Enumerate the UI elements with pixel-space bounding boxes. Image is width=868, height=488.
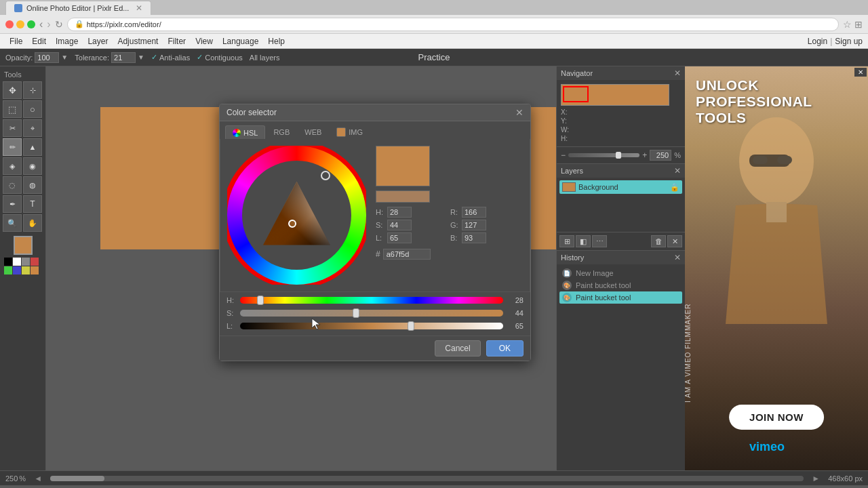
color-wheel-container[interactable] — [227, 146, 366, 285]
s-input[interactable] — [387, 220, 412, 230]
scrollbar-track[interactable] — [50, 476, 804, 481]
paint-bucket[interactable]: ▲ — [23, 138, 42, 156]
cancel-button[interactable]: Cancel — [435, 340, 480, 357]
menu-edit[interactable]: Edit — [28, 35, 50, 47]
text-tool[interactable]: T — [23, 195, 42, 213]
hand-tool[interactable]: ✋ — [23, 214, 42, 232]
ad-panel: ✕ UNLOCK PROFESSIONAL TOOLS I AM A VIMEO… — [685, 66, 868, 470]
fg-color-swatch[interactable] — [14, 236, 33, 255]
bookmark-icon[interactable]: ☆ — [843, 19, 852, 30]
crop-tool[interactable]: ✂ — [3, 119, 22, 137]
zoom-slider-thumb[interactable] — [616, 152, 621, 159]
all-layers-check[interactable]: All layers — [250, 54, 280, 62]
browser-tab[interactable]: Online Photo Editor | Pixlr Ed... ✕ — [5, 1, 151, 15]
clone-tool[interactable]: ◈ — [3, 157, 22, 175]
window-maximize[interactable] — [27, 20, 35, 28]
history-close[interactable]: ✕ — [674, 253, 681, 262]
signup-link[interactable]: Sign up — [835, 37, 863, 46]
contiguous-check[interactable]: ✓ Contiguous — [197, 53, 243, 62]
menu-help[interactable]: Help — [264, 35, 289, 47]
tolerance-input[interactable] — [111, 52, 136, 63]
l-input[interactable] — [387, 232, 412, 243]
menu-image[interactable]: Image — [52, 35, 82, 47]
tolerance-dropdown[interactable]: ▼ — [138, 54, 144, 61]
menu-adjustment[interactable]: Adjustment — [113, 35, 162, 47]
hex-input[interactable] — [383, 249, 431, 260]
dialog-body: H: R: S: G: — [220, 139, 530, 292]
h-label-nav: H: — [561, 135, 620, 142]
ad-x-btn[interactable]: ✕ — [854, 68, 867, 77]
s-slider-track[interactable] — [240, 310, 503, 317]
layer-lock-icon[interactable]: 🔒 — [670, 183, 679, 192]
extensions-icon[interactable]: ⊞ — [854, 19, 863, 30]
history-item-2[interactable]: 🎨 Paint bucket tool — [559, 279, 682, 291]
tab-rgb[interactable]: RGB — [267, 125, 296, 139]
contiguous-label: Contiguous — [205, 54, 243, 62]
zoom-input[interactable] — [650, 150, 671, 161]
zoom-minus[interactable]: − — [561, 150, 566, 160]
layer-thumb — [562, 182, 576, 192]
opacity-dropdown[interactable]: ▼ — [61, 54, 68, 61]
nav-back[interactable]: ‹ — [39, 18, 43, 30]
tool-row-1: ✥ ⊹ — [3, 81, 43, 99]
scrollbar-thumb[interactable] — [50, 476, 104, 481]
navigator-close[interactable]: ✕ — [674, 68, 681, 78]
scroll-arrow-left[interactable]: ◄ — [34, 474, 42, 483]
menu-layer[interactable]: Layer — [83, 35, 112, 47]
menu-filter[interactable]: Filter — [163, 35, 190, 47]
layer-tool-1[interactable]: ⊞ — [559, 235, 574, 247]
tab-img[interactable]: IMG — [330, 125, 370, 139]
layer-tool-3[interactable]: ⋯ — [592, 235, 607, 247]
layers-close[interactable]: ✕ — [674, 166, 681, 176]
zoom-tool[interactable]: 🔍 — [3, 214, 22, 232]
brush-tool[interactable]: ✏ — [3, 138, 22, 156]
zoom-plus[interactable]: + — [642, 150, 647, 160]
menu-file[interactable]: File — [5, 35, 26, 47]
b-input[interactable] — [462, 232, 486, 243]
tab-web[interactable]: WEB — [298, 125, 328, 139]
navigator-coords: X: Y: W: H: — [561, 108, 681, 142]
login-link[interactable]: Login — [808, 37, 827, 46]
address-bar[interactable]: 🔒 https://pixlr.com/editor/ — [67, 18, 839, 31]
h-slider-track[interactable] — [240, 297, 503, 304]
layer-add[interactable]: ✕ — [667, 235, 682, 247]
h-slider-thumb[interactable] — [257, 296, 264, 305]
ok-button[interactable]: OK — [486, 340, 524, 357]
dodge-tool[interactable]: ◍ — [23, 176, 42, 194]
window-minimize[interactable] — [16, 20, 24, 28]
g-input[interactable] — [462, 220, 486, 230]
window-close[interactable] — [5, 20, 14, 28]
s-slider-thumb[interactable] — [353, 308, 359, 318]
magic-wand[interactable]: ○ — [23, 100, 42, 118]
eyedropper[interactable]: ⌖ — [23, 119, 42, 137]
zoom-slider[interactable] — [568, 153, 639, 157]
nav-forward[interactable]: › — [47, 18, 50, 30]
tool-row-3: ✂ ⌖ — [3, 119, 43, 137]
tab-close[interactable]: ✕ — [136, 3, 142, 13]
history-item-1[interactable]: 📄 New Image — [559, 267, 682, 279]
pen-tool[interactable]: ✒ — [3, 195, 22, 213]
tab-hsl[interactable]: HSL — [225, 125, 265, 139]
nav-refresh[interactable]: ↻ — [55, 19, 63, 30]
l-slider-track[interactable] — [240, 323, 503, 329]
layer-item[interactable]: Background 🔒 — [559, 180, 682, 194]
layer-trash[interactable]: 🗑 — [651, 235, 666, 247]
layer-tool-2[interactable]: ◧ — [576, 235, 591, 247]
scroll-arrow-right[interactable]: ► — [812, 474, 820, 483]
opacity-input[interactable] — [35, 52, 59, 63]
l-slider-thumb[interactable] — [408, 321, 414, 331]
history-item-3[interactable]: 🎨 Paint bucket tool — [559, 291, 682, 304]
r-input[interactable] — [462, 207, 486, 218]
blur-tool[interactable]: ◌ — [3, 176, 22, 194]
move-tool[interactable]: ✥ — [3, 81, 22, 99]
ad-join-button[interactable]: JOIN NOW — [729, 405, 824, 430]
menu-view[interactable]: View — [191, 35, 217, 47]
menu-language[interactable]: Language — [218, 35, 262, 47]
select-tool[interactable]: ⊹ — [23, 81, 42, 99]
lasso-tool[interactable]: ⬚ — [3, 100, 22, 118]
heal-tool[interactable]: ◉ — [23, 157, 42, 175]
dialog-close-btn[interactable]: ✕ — [515, 107, 524, 118]
anti-alias-check[interactable]: ✓ Anti-alias — [151, 53, 190, 62]
h-input[interactable] — [387, 207, 412, 218]
color-triangle[interactable] — [260, 178, 334, 253]
